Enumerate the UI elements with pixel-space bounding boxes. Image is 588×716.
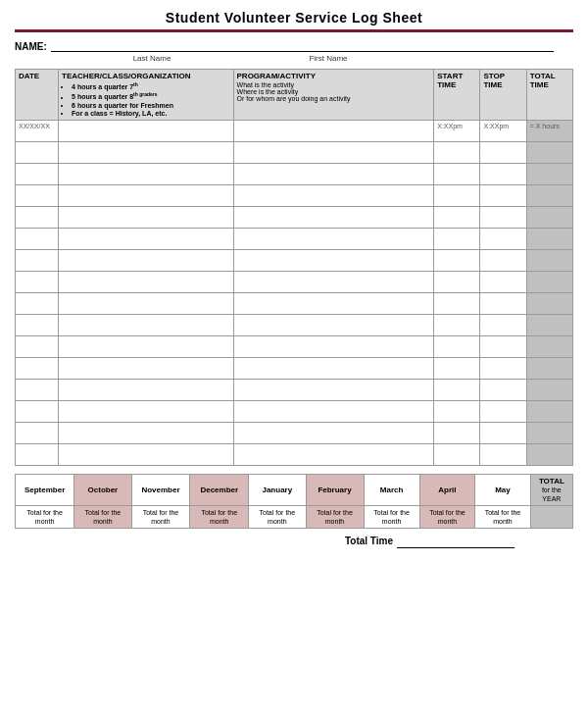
cell xyxy=(16,141,59,163)
example-teacher xyxy=(59,120,233,141)
bullet-2: 5 hours a quarter 8th graders xyxy=(72,91,229,100)
cell xyxy=(16,249,59,271)
month-header-september: September xyxy=(16,474,74,505)
table-row xyxy=(16,292,573,314)
example-date: XX/XX/XX xyxy=(16,120,59,141)
cell xyxy=(59,271,233,292)
name-label: NAME: xyxy=(15,41,47,52)
month-value-april: Total for the month xyxy=(419,505,475,528)
total-time-line xyxy=(397,535,514,548)
cell xyxy=(434,206,480,228)
cell xyxy=(480,271,526,292)
cell xyxy=(480,443,526,465)
example-stop: X:XXpm xyxy=(480,120,526,141)
cell xyxy=(434,400,480,422)
cell xyxy=(526,443,572,465)
table-row xyxy=(16,249,573,271)
monthly-header-row: SeptemberOctoberNovemberDecemberJanuaryF… xyxy=(16,474,573,505)
last-name-label: Last Name xyxy=(54,54,250,63)
cell xyxy=(434,292,480,314)
cell xyxy=(59,357,233,379)
col-header-stop: STOPTIME xyxy=(480,70,526,121)
cell xyxy=(526,184,572,206)
bullet-1: 4 hours a quarter 7th xyxy=(72,81,229,90)
col-header-start: STARTTIME xyxy=(434,70,480,121)
cell xyxy=(480,249,526,271)
cell xyxy=(233,357,434,379)
cell xyxy=(434,335,480,357)
title-divider xyxy=(15,29,573,32)
cell xyxy=(434,357,480,379)
month-header-february: February xyxy=(306,474,364,505)
cell xyxy=(233,400,434,422)
total-year-header: TOTALfor the YEAR xyxy=(530,474,572,505)
cell xyxy=(233,249,434,271)
cell xyxy=(59,314,233,335)
cell xyxy=(233,379,434,400)
cell xyxy=(526,422,572,443)
cell xyxy=(480,422,526,443)
cell xyxy=(480,357,526,379)
cell xyxy=(233,163,434,184)
cell xyxy=(526,228,572,249)
program-hint-2: Where is the activity xyxy=(237,88,431,95)
cell xyxy=(526,357,572,379)
cell xyxy=(233,292,434,314)
table-row xyxy=(16,422,573,443)
example-start: X:XXpm xyxy=(434,120,480,141)
cell xyxy=(16,357,59,379)
cell xyxy=(16,206,59,228)
table-row xyxy=(16,400,573,422)
table-row xyxy=(16,443,573,465)
month-header-march: March xyxy=(364,474,419,505)
name-subrow: Last Name First Name xyxy=(15,54,573,63)
cell xyxy=(233,422,434,443)
cell xyxy=(16,184,59,206)
cell xyxy=(480,335,526,357)
cell xyxy=(233,206,434,228)
cell xyxy=(480,379,526,400)
table-row xyxy=(16,141,573,163)
col-header-date: DATE xyxy=(16,70,59,121)
month-value-may: Total for the month xyxy=(475,505,531,528)
example-program xyxy=(233,120,434,141)
cell xyxy=(233,141,434,163)
cell xyxy=(434,314,480,335)
teacher-bullet-list: 4 hours a quarter 7th 5 hours a quarter … xyxy=(62,81,229,117)
cell xyxy=(233,228,434,249)
cell xyxy=(480,141,526,163)
cell xyxy=(434,228,480,249)
monthly-value-row: Total for the monthTotal for the monthTo… xyxy=(16,505,573,528)
cell xyxy=(526,400,572,422)
cell xyxy=(434,379,480,400)
total-year-value xyxy=(530,505,572,528)
cell xyxy=(480,228,526,249)
cell xyxy=(16,400,59,422)
cell xyxy=(16,422,59,443)
month-header-october: October xyxy=(74,474,131,505)
cell xyxy=(480,184,526,206)
cell xyxy=(434,141,480,163)
table-row xyxy=(16,335,573,357)
table-row xyxy=(16,379,573,400)
cell xyxy=(434,422,480,443)
name-row: NAME: xyxy=(15,38,573,52)
table-row xyxy=(16,314,573,335)
cell xyxy=(480,292,526,314)
program-hint-3: Or for whom are you doing an activity xyxy=(237,95,431,102)
table-row xyxy=(16,357,573,379)
cell xyxy=(16,314,59,335)
cell xyxy=(526,292,572,314)
cell xyxy=(526,163,572,184)
month-value-november: Total for the month xyxy=(131,505,190,528)
cell xyxy=(233,443,434,465)
cell xyxy=(59,443,233,465)
cell xyxy=(480,400,526,422)
cell xyxy=(526,206,572,228)
month-header-december: December xyxy=(190,474,249,505)
cell xyxy=(59,379,233,400)
cell xyxy=(16,163,59,184)
cell xyxy=(16,271,59,292)
log-table: DATE TEACHER/CLASS/ORGANIZATION 4 hours … xyxy=(15,69,573,466)
col-header-program: PROGRAM/ACTIVITY What is the activity Wh… xyxy=(233,70,434,121)
